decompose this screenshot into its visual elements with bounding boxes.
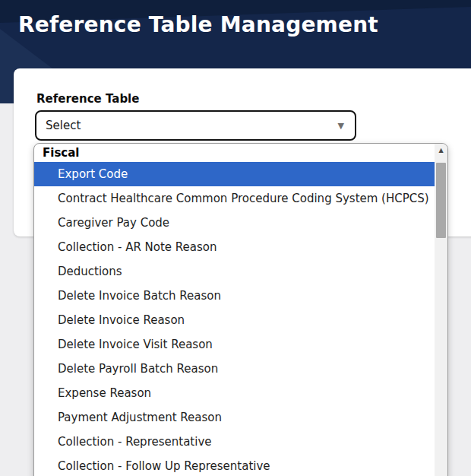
chevron-down-icon: ▼ (338, 122, 344, 130)
scrollbar-thumb[interactable] (436, 163, 446, 238)
dropdown-option[interactable]: Export Code (34, 162, 435, 186)
reference-table-label: Reference Table (36, 92, 139, 106)
dropdown-option[interactable]: Delete Invoice Visit Reason (34, 332, 435, 357)
dropdown-option[interactable]: Payment Adjustment Reason (34, 405, 435, 430)
dropdown-option[interactable]: Delete Invoice Batch Reason (34, 284, 435, 308)
dropdown-scrollbar[interactable]: ▲ (435, 144, 447, 476)
reference-table-select[interactable]: Select ▼ (35, 110, 356, 141)
dropdown-option[interactable]: Delete Payroll Batch Reason (34, 357, 435, 381)
scroll-up-icon: ▲ (438, 148, 443, 154)
dropdown-option[interactable]: Collection - AR Note Reason (34, 235, 435, 259)
scroll-up-button[interactable]: ▲ (435, 144, 447, 157)
dropdown-option[interactable]: Collection - Representative (34, 430, 435, 454)
dropdown-option[interactable]: Collection - Follow Up Representative (34, 454, 435, 476)
dropdown-option[interactable]: Expense Reason (34, 381, 435, 405)
dropdown-option-list: Fiscal Export CodeContract Healthcare Co… (34, 144, 435, 476)
dropdown-option[interactable]: Contract Healthcare Common Procedure Cod… (34, 186, 435, 211)
dropdown-option[interactable]: Caregiver Pay Code (34, 211, 435, 235)
dropdown-listbox: Fiscal Export CodeContract Healthcare Co… (33, 143, 448, 476)
select-value: Select (46, 112, 81, 139)
dropdown-option[interactable]: Delete Invoice Reason (34, 308, 435, 332)
dropdown-option[interactable]: Deductions (34, 259, 435, 284)
page-title: Reference Table Management (18, 12, 378, 37)
dropdown-group-label: Fiscal (34, 144, 435, 162)
